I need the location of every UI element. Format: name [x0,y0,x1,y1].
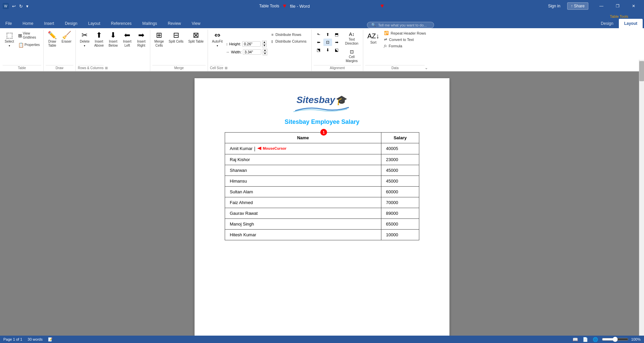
table-tools-label: Table Tools [607,14,631,19]
insert-above-button[interactable]: ⬆ InsertAbove [92,30,106,49]
close-button[interactable]: ✕ [626,1,641,11]
scroll-thumb[interactable] [639,61,644,81]
header-name: Name [225,133,381,143]
alignment-grid: ⬑ ⬆ ⬒ ⬅ ⊡ ➡ ⬔ ⬇ ⬕ [314,30,342,54]
sort-button[interactable]: AZ↓ Sort [365,30,381,46]
distribute-cols-button[interactable]: ⫿ Distribute Columns [269,38,309,44]
web-view-button[interactable]: 🌐 [592,337,599,342]
height-up-button[interactable]: ▲ [262,41,267,44]
page: Sitesbay 🎓 Sitesbay Employee Salary 1 [195,78,449,343]
cell-size-expand-icon[interactable]: ⊞ [225,66,227,70]
tab-layout[interactable]: Layout [83,19,106,28]
undo-button[interactable]: ↩ [11,3,17,9]
repeat-header-icon: 🔁 [384,31,389,35]
width-label: ↔ [226,50,230,54]
distribute-rows-button[interactable]: ≡ Distribute Rows [269,32,309,38]
table-row: Hitesh Kumar 10000 [225,229,419,240]
align-middle-left[interactable]: ⬅ [314,39,323,46]
read-view-button[interactable]: 📖 [572,337,579,342]
align-middle-center[interactable]: ⊡ [323,39,332,46]
group-draw-label: Draw [46,65,73,70]
proofing-icon[interactable]: 📝 [48,337,53,342]
tab-view[interactable]: View [186,19,206,28]
tab-mailings[interactable]: Mailings [137,19,162,28]
merge-cells-icon: ⊞ [156,32,162,39]
table-row: Amit Kumar MouseCursor 40005 [225,143,419,154]
eraser-button[interactable]: 🧹 Eraser [60,30,73,45]
group-cell-size-content: ⇔ AutoFit ▾ ↕ Height: ▲ ▼ [210,30,309,65]
properties-button[interactable]: 📋 Properties [17,41,41,49]
height-spinner: ▲ ▼ [262,41,267,47]
group-cell-size-label: Cell Size [210,65,223,70]
align-top-right[interactable]: ⬒ [332,31,341,38]
insert-left-button[interactable]: ⬅ InsertLeft [120,30,134,49]
cell-margins-button[interactable]: ⊡ CellMargins [342,48,361,64]
arrow-down-2: ▼ [379,3,385,9]
select-button[interactable]: ⬚ Select ▾ [3,30,16,49]
view-gridlines-button[interactable]: ⊞ ViewGridlines [17,30,41,41]
autofit-button[interactable]: ⇔ AutoFit ▾ [210,30,225,49]
convert-to-text-button[interactable]: ⇌ Convert to Text [382,37,428,42]
redo-button[interactable]: ↻ [18,3,24,9]
cell-name-5: Faiz Ahmed [225,197,381,208]
minimize-button[interactable]: — [594,1,609,11]
insert-right-icon: ➡ [138,32,144,39]
align-top-left[interactable]: ⬑ [314,31,323,38]
delete-button[interactable]: ✂ Delete ▾ [78,30,92,49]
insert-above-icon: ⬆ [96,32,102,39]
tab-review[interactable]: Review [162,19,186,28]
merge-cells-button[interactable]: ⊞ MergeCells [152,30,166,49]
rows-cols-expand-icon[interactable]: ⊞ [105,66,108,70]
group-merge-label: Merge [152,65,206,70]
align-bottom-right[interactable]: ⬕ [332,46,341,54]
print-view-button[interactable]: 📄 [582,337,589,342]
split-table-button[interactable]: ⊠ Split Table [186,30,206,45]
tab-table-layout[interactable]: Layout [619,19,643,28]
cell-name-0: Amit Kumar MouseCursor [225,143,381,154]
sign-in-button[interactable]: Sign in [545,3,563,9]
height-text-label: Height: [229,42,241,46]
right-scrollbar[interactable] [639,60,644,336]
search-box[interactable]: 🔍 Tell me what you want to do... [367,22,434,28]
tab-table-design[interactable]: Design [595,19,619,28]
tab-design[interactable]: Design [59,19,83,28]
cell-name-4: Sultan Alam [225,186,381,197]
salary-table: Name Salary Amit Kumar MouseCurs [225,132,419,240]
width-up-button[interactable]: ▲ [263,49,267,52]
draw-table-label: DrawTable [48,40,56,48]
width-input[interactable] [243,49,261,55]
customize-button[interactable]: ▾ [25,3,30,9]
distribute-buttons: ≡ Distribute Rows ⫿ Distribute Columns [269,30,309,44]
eraser-label: Eraser [62,40,71,44]
share-button[interactable]: ↑ Share [567,2,588,10]
data-expand-icon[interactable]: ⌄ [425,65,428,70]
restore-button[interactable]: ❐ [610,1,625,11]
repeat-header-rows-button[interactable]: 🔁 Repeat Header Rows [382,30,428,36]
draw-table-button[interactable]: ✏️ DrawTable [46,30,59,49]
data-group-items: 🔁 Repeat Header Rows ⇌ Convert to Text 𝑓… [382,30,428,49]
split-cells-label: Split Cells [169,40,183,44]
text-direction-button[interactable]: A↕ TextDirection [342,30,361,47]
tab-home[interactable]: Home [17,19,39,28]
repeat-header-label: Repeat Header Rows [391,31,426,35]
split-cells-button[interactable]: ⊟ Split Cells [167,30,185,45]
tab-references[interactable]: References [106,19,137,28]
tab-insert[interactable]: Insert [39,19,59,28]
align-top-center[interactable]: ⬆ [323,31,332,38]
cell-salary-7: 65000 [381,218,419,229]
insert-below-button[interactable]: ⬇ InsertBelow [106,30,120,49]
formula-button[interactable]: 𝑓𝑥 Formula [382,43,428,49]
width-down-button[interactable]: ▼ [263,52,267,55]
height-input[interactable] [242,41,261,47]
arrow-left-icon [257,147,261,150]
align-bottom-left[interactable]: ⬔ [314,46,323,54]
align-bottom-center[interactable]: ⬇ [323,46,332,54]
group-alignment: ⬑ ⬆ ⬒ ⬅ ⊡ ➡ ⬔ ⬇ ⬕ A↕ TextDirection [312,30,363,71]
align-middle-right[interactable]: ➡ [332,39,341,46]
zoom-slider[interactable] [602,337,629,342]
group-table-content: ⬚ Select ▾ ⊞ ViewGridlines 📋 Properties [3,30,41,65]
height-down-button[interactable]: ▼ [262,44,267,47]
title-filename: file - Word [290,4,310,9]
tab-file[interactable]: File [0,19,17,28]
insert-right-button[interactable]: ➡ InsertRight [135,30,148,49]
